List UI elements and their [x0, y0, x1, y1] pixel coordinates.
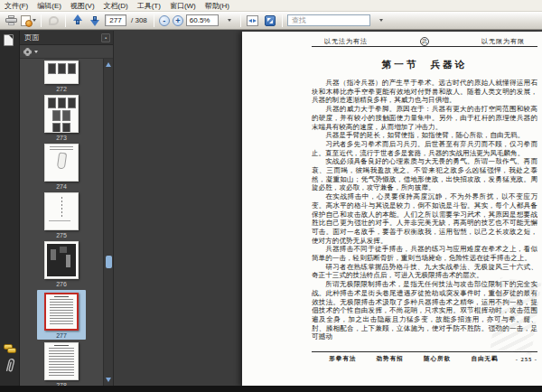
running-header: 以无法为有法 武 以无限为有限 [312, 36, 537, 47]
menu-item[interactable]: 编辑(E) [37, 1, 61, 11]
toolbar-separator [282, 14, 283, 27]
footer-phrase: 自由无羁 [471, 355, 498, 363]
search-input[interactable]: 查找 [287, 14, 370, 26]
thumbnail-image[interactable] [44, 192, 79, 230]
fullscreen-icon [265, 15, 276, 26]
export-button[interactable] [21, 14, 36, 28]
thumbnail-image[interactable] [44, 95, 79, 133]
pages-panel-header: 页面 ▪ [20, 31, 113, 45]
thumbnail-image[interactable] [44, 342, 79, 380]
fullscreen-button[interactable] [263, 14, 277, 28]
fit-width-icon [247, 15, 258, 26]
toolbar: 277 / 308 - + 60.5% 查找 [0, 12, 542, 30]
zoom-dropdown-button[interactable] [221, 14, 236, 28]
zoom-in-button[interactable]: + [173, 15, 183, 26]
toolbar-separator [240, 14, 241, 27]
paragraph: 兵器的威力大于拳脚。原因在于：兵器有更大的击打空间范围和较高的硬度，并有较小的接… [312, 105, 537, 131]
chevron-down-icon [33, 19, 36, 22]
header-left-motto: 以无法为有法 [324, 37, 368, 46]
page-total-label: / 308 [131, 16, 147, 24]
document-view[interactable]: 以无法为有法 武 以无限为有限 第一节 兵器论 兵器（指冷兵器）的产生早于拳术。… [114, 31, 542, 386]
export-icon [21, 15, 31, 26]
paragraph: 在实战搏击中，心灵要保持高度沉静，不为外界所扰，以不变应万变。高水平的格斗与其说… [312, 192, 537, 245]
chevron-down-icon [379, 19, 383, 22]
scroll-down-icon[interactable] [106, 378, 111, 382]
page-thumbnail-274[interactable]: 274 [44, 144, 79, 190]
toolbar-separator [65, 14, 66, 27]
page-number-label: - 255 - [516, 356, 537, 362]
page-thumbnail-272[interactable]: 272 [44, 61, 79, 92]
paragraph: 兵器是手臂的延长，如臂使指，如指使臂，随心所欲，自由无羁。 [312, 131, 537, 140]
paragraph: 习武者多先习拳术而后习兵刃。后世甚至有弃兵刃而不顾，仅习拳而止。直至近代，流行于… [312, 140, 537, 157]
emblem-icon: 武 [420, 37, 429, 46]
menu-item[interactable]: 窗口(W) [170, 1, 196, 11]
scroll-up-icon[interactable] [106, 62, 111, 67]
chevron-down-icon[interactable] [34, 51, 38, 53]
sidebar-scrollbar[interactable] [103, 59, 113, 386]
thumbnail-image[interactable] [44, 61, 79, 84]
panel-toolbar [20, 45, 113, 59]
pages-panel: 页面 ▪ 272273274275276277278 [20, 31, 114, 386]
page-thumbnail-277[interactable]: 277 [37, 290, 86, 340]
gear-icon[interactable] [24, 49, 31, 55]
header-right-motto: 以无限为有限 [481, 37, 525, 46]
navigation-strip [0, 31, 20, 386]
menu-item[interactable]: 文件(F) [5, 1, 28, 11]
thumbnail-page-label: 276 [56, 281, 67, 287]
printer-icon [5, 15, 17, 25]
search-options-button[interactable] [373, 14, 388, 28]
thumbnail-page-label: 274 [56, 183, 67, 190]
footer-phrases: 形拳有法劲势有招随心所欲自由无羁 [312, 355, 516, 363]
previous-page-button[interactable] [70, 14, 85, 28]
page-number-input[interactable]: 277 [105, 14, 126, 26]
arrow-down-icon [89, 14, 101, 26]
thumbnail-page-label: 277 [56, 332, 67, 339]
fit-width-button[interactable] [246, 14, 260, 28]
comments-icon[interactable] [4, 344, 16, 353]
previous-view-icon [49, 16, 59, 25]
paragraph: 兵器（指冷兵器）的产生早于拳术。远古时代的原始人就懂得运用石块和木棒比赤手空拳更… [312, 79, 537, 105]
paperclip-icon[interactable] [5, 357, 16, 375]
toolbar-separator [154, 14, 154, 27]
zoom-level-input[interactable]: 60.5% [186, 14, 219, 26]
menu-item[interactable]: 文档(D) [104, 1, 128, 11]
arrow-up-icon [72, 14, 84, 26]
thumbnail-page-label: 273 [56, 135, 67, 141]
previous-view-button[interactable] [46, 14, 61, 28]
scrollbar-thumb[interactable] [106, 256, 112, 268]
menu-bar: 文件(F)编辑(E)视图(V)文档(D)工具(T)窗口(W)帮助(H) [0, 0, 542, 12]
thumbnail-image[interactable] [44, 241, 79, 279]
pages-panel-title: 页面 [24, 33, 101, 42]
footer-phrase: 形拳有法 [329, 355, 356, 363]
running-footer: 形拳有法劲势有招随心所欲自由无羁 - 255 - [312, 351, 537, 363]
page-thumbnail-273[interactable]: 273 [44, 95, 79, 141]
paragraph: 兵器搏击不同于徒手搏击，兵器的练习与应用难度在拳术之上，看似简单的一击，轻则筋断… [312, 245, 537, 262]
menu-item[interactable]: 工具(T) [137, 1, 161, 11]
page-thumbnail-275[interactable]: 275 [44, 192, 79, 238]
thumbnail-page-label: 272 [56, 86, 67, 92]
document-page: 以无法为有法 武 以无限为有限 第一节 兵器论 兵器（指冷兵器）的产生早于拳术。… [242, 32, 542, 386]
thumbnail-image[interactable] [44, 293, 79, 331]
next-page-button[interactable] [88, 14, 102, 28]
page-thumbnail-278[interactable]: 278 [44, 342, 79, 386]
thumbnail-image[interactable] [44, 144, 79, 182]
footer-phrase: 劲势有招 [377, 355, 404, 363]
footer-phrase: 随心所欲 [424, 355, 451, 363]
menu-item[interactable]: 视图(V) [70, 1, 95, 11]
pdf-reader-window: 文件(F)编辑(E)视图(V)文档(D)工具(T)窗口(W)帮助(H) 277 … [0, 0, 542, 392]
chevron-down-icon [228, 19, 231, 22]
page-thumbnail-276[interactable]: 276 [44, 241, 79, 287]
main-area: 页面 ▪ 272273274275276277278 以无法为有法 [0, 31, 542, 386]
panel-options-button[interactable]: ▪ [101, 33, 110, 42]
bottom-bar [0, 386, 542, 392]
toolbar-separator [41, 14, 42, 27]
pages-tab-icon[interactable] [4, 34, 14, 46]
print-button[interactable] [4, 14, 18, 28]
menu-item[interactable]: 帮助(H) [205, 1, 229, 11]
paragraph: 实战必须具备良好的心理素质与大无畏的勇气。所谓一鼓作气、再而衰、三而竭，彼竭我盈… [312, 157, 537, 192]
thumbnail-page-label: 275 [56, 232, 67, 238]
section-title: 第一节 兵器论 [312, 59, 537, 71]
thumbnail-list: 272273274275276277278 [20, 59, 103, 386]
zoom-out-button[interactable]: - [159, 15, 170, 26]
